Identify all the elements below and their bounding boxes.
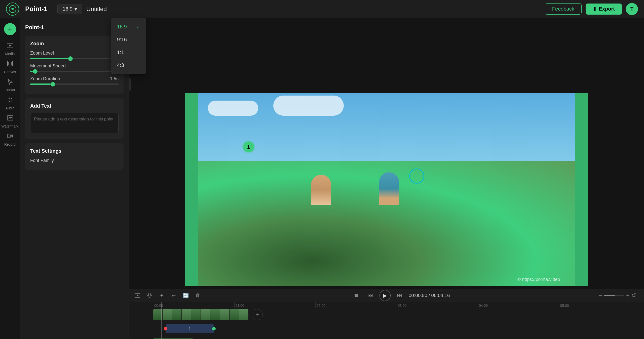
svg-point-5	[11, 117, 12, 118]
redo-tool[interactable]: 🔄	[181, 291, 190, 300]
media-icon	[7, 42, 14, 51]
export-button[interactable]: ⬆ Export	[586, 4, 622, 15]
dropdown-item-9-16[interactable]: 9:16	[111, 33, 146, 46]
ruler-mark-0: 00:00	[153, 302, 234, 308]
sidebar-item-canvas-label: Canvas	[4, 70, 16, 74]
ruler-mark-5: 05:00	[559, 302, 640, 308]
text-description-input[interactable]	[30, 113, 119, 133]
svg-point-8	[11, 135, 13, 137]
timeline-tracks: 00:00 01:00 02:00 03:00 04:00 05:00	[149, 302, 644, 339]
zoom-duration-thumb[interactable]	[51, 82, 55, 87]
stop-button[interactable]: ⏹	[351, 290, 361, 301]
cloud-2	[273, 96, 344, 116]
aspect-ratio-button[interactable]: 16:9 ▾	[57, 4, 82, 14]
movement-speed-thumb[interactable]	[33, 69, 37, 74]
zoom-duration-value: 1.5s	[110, 76, 119, 81]
sky	[198, 93, 575, 170]
sidebar-item-canvas[interactable]: Canvas	[2, 58, 19, 75]
sidebar-item-watermark-label: Watermark	[2, 124, 19, 128]
video-track-row: +	[153, 308, 640, 321]
zoom-duration-slider[interactable]	[30, 83, 119, 85]
sidebar-item-cursor[interactable]: Cursor	[2, 76, 19, 94]
zoom-level-thumb[interactable]	[68, 56, 73, 61]
delete-tool[interactable]: 🗑	[193, 291, 202, 300]
green-bar-right	[575, 93, 588, 286]
dropdown-item-16-9[interactable]: 16:9 ✓	[111, 20, 146, 33]
play-button[interactable]: ▶	[380, 290, 391, 301]
aspect-ratio-dropdown: 16:9 ✓ 9:16 1:1 4:3	[111, 18, 146, 74]
frame-1	[153, 309, 163, 320]
text-settings-section: Text Settings Font Family	[25, 143, 124, 170]
video-wrapper: 1 © https://pointa.video	[185, 93, 588, 286]
video-content: 1 © https://pointa.video	[198, 93, 575, 286]
panel-title: Point-1	[25, 24, 124, 31]
refresh-button[interactable]: ↺	[631, 292, 636, 299]
add-text-title: Add Text	[30, 103, 119, 109]
zoom-level-slider[interactable]	[30, 58, 119, 59]
effect-tool[interactable]: ✦	[157, 291, 166, 300]
timeline: ✦ ↩ 🔄 🗑 ⏹ ⏮ ▶ ⏭ 00:00.50 / 00:04.16	[129, 289, 644, 339]
skip-back-button[interactable]: ⏮	[365, 290, 375, 301]
logo-icon	[9, 5, 17, 13]
logo[interactable]	[6, 3, 19, 16]
sidebar-item-media[interactable]: Media	[2, 40, 19, 57]
time-separator: /	[429, 293, 431, 298]
sidebar-item-watermark[interactable]: Watermark	[2, 113, 19, 130]
project-title: Untitled	[86, 6, 107, 13]
frame-5	[191, 309, 201, 320]
time-total: 00:04.16	[431, 293, 450, 298]
zoom-fill	[604, 295, 615, 296]
point-marker-1[interactable]: 1	[243, 141, 254, 152]
sidebar-item-cursor-label: Cursor	[5, 88, 15, 92]
svg-rect-3	[9, 62, 12, 65]
svg-rect-10	[148, 293, 150, 296]
skip-forward-button[interactable]: ⏭	[395, 290, 405, 301]
audio-track-row: Berlin Dream	[153, 336, 640, 339]
zoom-slider[interactable]	[604, 295, 624, 296]
frame-6	[201, 309, 210, 320]
playhead[interactable]	[162, 302, 162, 339]
point-start-dot	[164, 327, 167, 330]
add-track-button[interactable]: +	[252, 309, 263, 320]
undo-tool[interactable]: ↩	[169, 291, 178, 300]
export-icon: ⬆	[593, 6, 597, 12]
zoom-in-button[interactable]: +	[626, 292, 629, 299]
zoom-section: Zoom Zoom Level 2x Movement Speed 1 Zoom…	[25, 36, 124, 94]
font-family-row: Font Family	[30, 158, 119, 163]
avatar[interactable]: T	[626, 3, 638, 15]
sidebar: + Media Canvas	[0, 18, 20, 339]
svg-rect-4	[7, 116, 13, 120]
video-track-tool[interactable]	[133, 291, 142, 300]
ruler-mark-4: 04:00	[478, 302, 559, 308]
add-button[interactable]: +	[4, 23, 16, 35]
zoom-level-row: Zoom Level 2x	[30, 51, 119, 56]
watermark-icon	[7, 114, 14, 123]
movement-speed-slider[interactable]	[30, 71, 119, 72]
playback-controls: ⏹ ⏮ ▶ ⏭ 00:00.50 / 00:04.16	[205, 290, 596, 301]
dropdown-item-1-1[interactable]: 1:1	[111, 46, 146, 59]
svg-rect-2	[8, 61, 13, 66]
zoom-title: Zoom	[30, 41, 119, 47]
cloud-1	[208, 101, 258, 116]
sidebar-item-record[interactable]: Record	[2, 131, 19, 148]
aspect-ratio-value: 16:9	[63, 6, 72, 12]
time-current: 00:00.50	[409, 293, 427, 298]
app-title: Point-1	[25, 5, 47, 13]
sidebar-item-media-label: Media	[5, 52, 15, 56]
zoom-out-button[interactable]: −	[599, 292, 602, 299]
point-track[interactable]: 1	[166, 324, 214, 333]
zoom-level-fill	[30, 58, 70, 59]
video-track-frames	[153, 309, 249, 320]
video-track[interactable]	[153, 309, 249, 320]
mic-tool[interactable]	[145, 291, 154, 300]
timeline-content: 00:00 01:00 02:00 03:00 04:00 05:00	[129, 302, 644, 339]
sidebar-item-audio[interactable]: Audio	[2, 95, 19, 112]
collapse-panel-button[interactable]: ‹	[129, 78, 131, 91]
feedback-button[interactable]: Feedback	[545, 3, 582, 15]
ruler-mark-2: 02:00	[315, 302, 397, 308]
topbar: Point-1 16:9 ▾ Untitled Feedback ⬆ Expor…	[0, 0, 644, 18]
dropdown-item-4-3[interactable]: 4:3	[111, 59, 146, 72]
sidebar-item-audio-label: Audio	[6, 106, 15, 110]
person-left	[311, 175, 331, 205]
frame-4	[182, 309, 191, 320]
